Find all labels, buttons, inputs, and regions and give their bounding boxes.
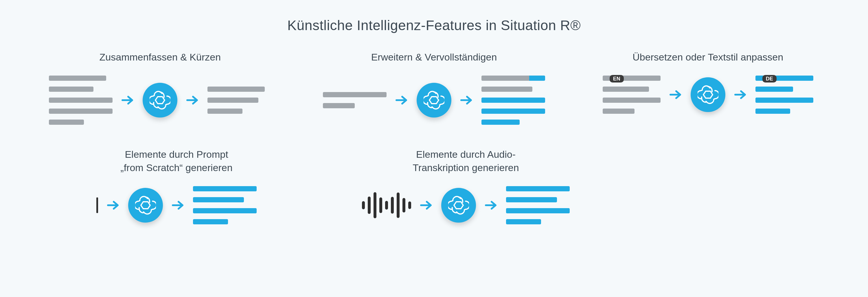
- text-lines-input-short: [323, 92, 386, 108]
- text-line: [323, 103, 355, 108]
- arrow-right-icon: [106, 198, 120, 212]
- page: Künstliche Intelligenz-Features in Situa…: [0, 0, 868, 297]
- arrow-right-icon: [185, 93, 199, 107]
- arrow-right-icon: [121, 93, 134, 107]
- text-line: [323, 92, 386, 97]
- text-line: [208, 87, 265, 92]
- text-line-added: [529, 76, 545, 81]
- text-line-split: [482, 76, 545, 81]
- ai-knot-icon: [143, 83, 177, 118]
- feature-translate-label: Übersetzen oder Textstil anpassen: [632, 51, 783, 64]
- audio-waveform-icon: [362, 192, 411, 218]
- lang-badge-target: DE: [763, 75, 777, 83]
- feature-audio: Elemente durch Audio- Transkription gene…: [336, 148, 596, 224]
- arrow-right-icon: [171, 198, 185, 212]
- ai-knot-icon: [441, 188, 476, 222]
- text-line-added: [482, 97, 545, 103]
- text-line: [603, 109, 634, 114]
- text-line: [603, 87, 649, 92]
- text-line-generated: [193, 219, 228, 224]
- text-line: [49, 87, 93, 92]
- text-line: [49, 120, 84, 125]
- feature-row-1: Zusammenfassen & Kürzen: [35, 51, 833, 125]
- text-lines-output-lang: DE: [755, 76, 813, 114]
- text-line-translated: [755, 97, 813, 103]
- feature-expand-label: Erweitern & Vervollständigen: [371, 51, 497, 64]
- feature-prompt-label: Elemente durch Prompt „from Scratch“ gen…: [120, 148, 232, 175]
- text-line-generated: [506, 208, 570, 213]
- lang-badge-source: EN: [610, 75, 624, 83]
- feature-translate: Übersetzen oder Textstil anpassen EN: [582, 51, 833, 125]
- text-line: [49, 109, 113, 114]
- text-line: [208, 109, 243, 114]
- text-line-generated: [193, 186, 257, 191]
- arrow-right-icon: [734, 88, 747, 101]
- text-line-translated: [755, 87, 793, 92]
- arrow-right-icon: [669, 88, 683, 101]
- text-line-added: [482, 120, 520, 125]
- text-line-generated: [506, 186, 570, 191]
- feature-summarize-label: Zusammenfassen & Kürzen: [99, 51, 221, 64]
- ai-knot-icon: [416, 83, 452, 118]
- arrow-right-icon: [395, 93, 408, 107]
- text-line-translated: [755, 109, 790, 114]
- text-line: [49, 76, 106, 81]
- text-line-original: [482, 76, 529, 81]
- text-line-generated: [193, 208, 257, 213]
- text-line-added: [482, 109, 545, 114]
- feature-summarize: Zusammenfassen & Kürzen: [35, 51, 286, 125]
- feature-audio-label: Elemente durch Audio- Transkription gene…: [412, 148, 519, 175]
- text-line-generated: [506, 197, 557, 202]
- text-line: [208, 97, 258, 103]
- feature-expand-flow: [323, 76, 545, 125]
- text-lines-output-generated: [193, 186, 257, 224]
- text-line-generated: [506, 219, 541, 224]
- feature-audio-flow: [362, 186, 570, 224]
- text-line: [603, 97, 660, 103]
- feature-prompt: Elemente durch Prompt „from Scratch“ gen…: [64, 148, 289, 224]
- text-line: [482, 87, 532, 92]
- arrow-right-icon: [419, 198, 433, 212]
- ai-knot-icon: [128, 188, 163, 222]
- text-cursor-icon: [96, 198, 98, 213]
- text-lines-output-expanded: [482, 76, 545, 125]
- ai-knot-icon: [691, 77, 725, 112]
- text-line-generated: [193, 197, 244, 202]
- text-lines-input-long: [49, 76, 113, 125]
- text-lines-input-lang: EN: [603, 76, 660, 114]
- page-title: Künstliche Intelligenz-Features in Situa…: [287, 18, 581, 33]
- feature-row-2: Elemente durch Prompt „from Scratch“ gen…: [35, 148, 833, 224]
- text-lines-output-short: [208, 87, 271, 114]
- feature-summarize-flow: [49, 76, 271, 125]
- feature-translate-flow: EN: [603, 76, 813, 114]
- arrow-right-icon: [484, 198, 498, 212]
- feature-expand: Erweitern & Vervollständigen: [309, 51, 560, 125]
- text-lines-output-transcript: [506, 186, 570, 224]
- feature-prompt-flow: [96, 186, 257, 224]
- arrow-right-icon: [460, 93, 473, 107]
- text-line: [49, 97, 113, 103]
